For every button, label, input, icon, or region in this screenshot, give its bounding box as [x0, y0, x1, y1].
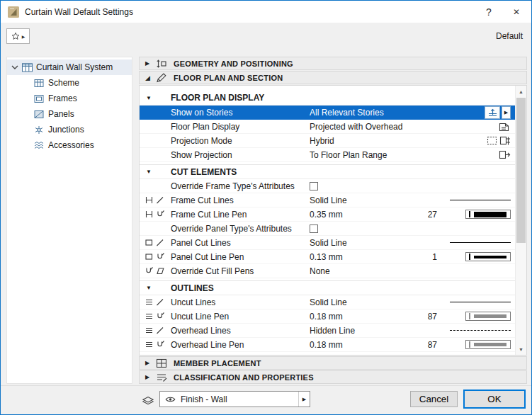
pen-preview[interactable]	[465, 252, 511, 261]
override-frame-checkbox[interactable]	[310, 182, 318, 191]
show-projection-icon[interactable]	[499, 150, 511, 159]
tree-chevron-icon[interactable]	[11, 65, 18, 69]
help-button[interactable]: ?	[476, 1, 502, 23]
dropdown-arrow-icon[interactable]: ▶	[298, 392, 310, 407]
scroll-up-icon[interactable]: ▲	[516, 86, 526, 97]
scroll-down-icon[interactable]: ▼	[516, 343, 526, 355]
row-uncut-line-pen[interactable]: Uncut Line Pen 0.18 mm 87	[140, 309, 515, 324]
panel-scrollbar[interactable]: ▲ ▼	[515, 86, 526, 355]
cancel-button[interactable]: Cancel	[410, 391, 458, 407]
section-classification-and-properties[interactable]: ▶ CLASSIFICATION AND PROPERTIES	[139, 370, 527, 384]
row-floor-plan-display[interactable]: Floor Plan Display Projected with Overhe…	[140, 120, 515, 134]
row-frame-cut-lines[interactable]: Frame Cut Lines Solid Line	[140, 193, 515, 208]
group-title: CUT ELEMENTS	[171, 167, 237, 177]
floor-plan-and-section-panel: ▼ FLOOR PLAN DISPLAY Show on Stories All…	[139, 85, 527, 356]
line-preview[interactable]	[450, 302, 511, 302]
row-override-panel-attributes[interactable]: Override Panel Type's Attributes	[140, 222, 515, 236]
sidebar-item-curtain-wall-system[interactable]: Curtain Wall System	[7, 59, 132, 75]
stories-picker-button[interactable]	[485, 106, 500, 119]
group-outlines[interactable]: ▼ OUTLINES	[140, 280, 515, 295]
projection-cutaway-icon[interactable]	[487, 136, 498, 145]
ok-button[interactable]: OK	[463, 390, 526, 409]
member-placement-icon	[156, 358, 174, 368]
pen-preview[interactable]	[465, 340, 511, 349]
group-floor-plan-display[interactable]: ▼ FLOOR PLAN DISPLAY	[140, 91, 515, 106]
uncut-line-pen-value[interactable]: 0.18 mm	[310, 312, 419, 322]
row-label: Panel Cut Lines	[171, 238, 310, 248]
pen-preview[interactable]	[465, 210, 511, 219]
pen-preview[interactable]	[465, 312, 511, 321]
stories-flyout-button[interactable]: ▶	[502, 106, 511, 119]
frame-cut-line-pen-value[interactable]: 0.35 mm	[310, 210, 419, 220]
line-type-icon	[156, 195, 164, 205]
sidebar-item-frames[interactable]: Frames	[7, 91, 132, 106]
row-overhead-line-pen[interactable]: Overhead Line Pen 0.18 mm 87	[140, 338, 515, 352]
sidebar-item-panels[interactable]: Panels	[7, 106, 132, 122]
favorites-button[interactable]: ▶	[6, 28, 30, 44]
floor-plan-section-icon	[156, 73, 174, 83]
group-collapse-icon[interactable]: ▼	[146, 169, 171, 175]
row-projection-mode[interactable]: Projection Mode Hybrid	[140, 134, 515, 148]
group-cut-elements[interactable]: ▼ CUT ELEMENTS	[140, 164, 515, 179]
panel-cut-lines-value[interactable]: Solid Line	[310, 238, 443, 248]
line-preview[interactable]	[450, 330, 511, 331]
line-preview[interactable]	[450, 242, 511, 243]
layer-select[interactable]: Finish - Wall ▶	[159, 391, 310, 407]
row-icon-cell	[144, 238, 171, 247]
overhead-icon	[145, 340, 154, 349]
floor-plan-display-value[interactable]: Projected with Overhead	[310, 122, 443, 132]
panel-profile-icon	[145, 252, 154, 261]
collapse-arrow-icon[interactable]: ◢	[144, 74, 156, 81]
row-panel-cut-line-pen[interactable]: Panel Cut Line Pen 0.13 mm 1	[140, 250, 515, 264]
projection-hybrid-icon[interactable]	[499, 136, 511, 145]
row-overhead-lines[interactable]: Overhead Lines Hidden Line	[140, 324, 515, 338]
section-geometry-and-positioning[interactable]: ▶ GEOMETRY AND POSITIONING	[139, 57, 527, 70]
overhead-line-pen-value[interactable]: 0.18 mm	[310, 340, 419, 350]
line-type-icon	[156, 297, 164, 307]
row-frame-cut-line-pen[interactable]: Frame Cut Line Pen 0.35 mm 27	[140, 208, 515, 222]
group-collapse-icon[interactable]: ▼	[146, 95, 171, 101]
override-cut-fill-pens-value[interactable]: None	[310, 266, 443, 276]
expand-arrow-icon[interactable]: ▶	[144, 374, 156, 380]
row-show-projection[interactable]: Show Projection To Floor Plan Range	[140, 148, 515, 162]
accessories-icon	[34, 141, 44, 150]
sidebar-item-junctions[interactable]: Junctions	[7, 122, 132, 137]
row-label: Panel Cut Line Pen	[171, 252, 310, 262]
sidebar-item-accessories[interactable]: Accessories	[7, 137, 132, 153]
expand-arrow-icon[interactable]: ▶	[144, 360, 156, 366]
row-label: Frame Cut Lines	[171, 195, 310, 205]
uncut-lines-value[interactable]: Solid Line	[310, 297, 443, 307]
panel-profile-icon	[145, 238, 154, 247]
row-label: Uncut Lines	[171, 297, 310, 307]
row-label: Projection Mode	[171, 136, 310, 146]
geometry-positioning-icon	[156, 59, 174, 69]
row-show-on-stories[interactable]: Show on Stories All Relevant Stories ▶	[140, 106, 515, 120]
row-override-frame-attributes[interactable]: Override Frame Type's Attributes	[140, 179, 515, 193]
show-projection-value[interactable]: To Floor Plan Range	[310, 150, 443, 160]
scrollbar-thumb[interactable]	[516, 98, 526, 243]
expand-arrow-icon[interactable]: ▶	[144, 60, 156, 67]
close-button[interactable]: ✕	[502, 1, 531, 23]
projection-mode-value[interactable]: Hybrid	[310, 136, 443, 146]
line-preview[interactable]	[450, 200, 511, 200]
override-panel-checkbox[interactable]	[310, 224, 318, 233]
layer-icon	[142, 395, 154, 405]
group-collapse-icon[interactable]: ▼	[146, 285, 171, 291]
row-icon-cell	[144, 210, 171, 219]
show-on-stories-value[interactable]: All Relevant Stories	[310, 108, 443, 118]
panel-cut-line-pen-value[interactable]: 0.13 mm	[310, 252, 419, 262]
section-member-placement[interactable]: ▶ MEMBER PLACEMENT	[139, 356, 527, 370]
row-icon-cell	[144, 252, 171, 261]
row-panel-cut-lines[interactable]: Panel Cut Lines Solid Line	[140, 236, 515, 250]
section-floor-plan-and-section[interactable]: ◢ FLOOR PLAN AND SECTION	[139, 71, 527, 84]
pen-number: 1	[419, 252, 443, 262]
row-override-cut-fill-pens[interactable]: Override Cut Fill Pens None	[140, 264, 515, 278]
section-label: FLOOR PLAN AND SECTION	[174, 74, 283, 82]
frame-cut-lines-value[interactable]: Solid Line	[310, 195, 443, 205]
sidebar-item-scheme[interactable]: Scheme	[7, 75, 132, 91]
overhead-lines-value[interactable]: Hidden Line	[310, 326, 443, 336]
row-uncut-lines[interactable]: Uncut Lines Solid Line	[140, 295, 515, 309]
floor-plan-display-icon[interactable]	[498, 122, 511, 132]
curtain-wall-default-settings-dialog: Curtain Wall Default Settings ? ✕ ▶ Defa…	[0, 0, 532, 415]
flyout-arrow-icon: ▶	[22, 34, 26, 39]
